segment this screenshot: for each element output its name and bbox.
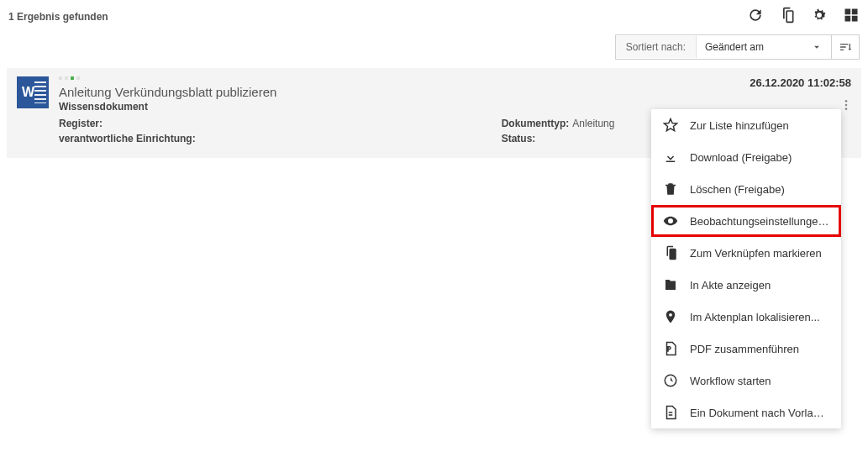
gear-icon[interactable] (811, 7, 828, 26)
more-options-button[interactable] (839, 98, 853, 114)
word-document-icon (17, 76, 49, 108)
document-icon (663, 405, 678, 420)
menu-label: Beobachtungseinstellungen ä... (690, 215, 829, 228)
menu-show-in-file[interactable]: In Akte anzeigen (651, 269, 841, 301)
sort-direction-button[interactable] (831, 35, 859, 59)
workflow-icon (663, 373, 678, 388)
menu-observe-settings[interactable]: Beobachtungseinstellungen ä... (651, 205, 841, 237)
clipboard-icon[interactable] (779, 7, 796, 26)
sort-value-text: Geändert am (705, 41, 764, 53)
results-count: 1 Ergebnis gefunden (8, 11, 108, 23)
clipboard-icon (663, 245, 678, 260)
menu-label: Ein Dokument nach Vorlage er... (690, 407, 829, 419)
menu-label: Im Aktenplan lokalisieren... (690, 311, 820, 323)
menu-mark-link[interactable]: Zum Verknüpfen markieren (651, 237, 841, 269)
result-title: Anleitung Verkündungsblatt publizieren (59, 85, 614, 99)
register-label: Register: (59, 118, 103, 129)
location-icon (663, 309, 678, 324)
svg-point-1 (845, 104, 848, 107)
download-icon (663, 150, 678, 165)
menu-label: Workflow starten (690, 375, 771, 387)
svg-point-2 (845, 108, 848, 110)
chevron-down-icon (811, 41, 823, 53)
doctype-label: Dokumenttyp: (502, 118, 570, 129)
context-menu: Zur Liste hinzufügen Download (Freigabe)… (651, 109, 841, 428)
star-icon (663, 118, 678, 133)
svg-point-0 (845, 100, 848, 102)
menu-download[interactable]: Download (Freigabe) (651, 141, 841, 173)
responsible-label: verantwortliche Einrichtung: (59, 133, 196, 144)
menu-label: Zum Verknüpfen markieren (690, 247, 822, 260)
sort-label: Sortiert nach: (616, 36, 697, 58)
grid-icon[interactable] (843, 7, 860, 26)
folder-icon (663, 277, 678, 292)
menu-start-workflow[interactable]: Workflow starten (651, 365, 841, 397)
menu-add-to-list[interactable]: Zur Liste hinzufügen (651, 109, 841, 141)
menu-label: PDF zusammenführen (690, 343, 799, 355)
pdf-icon (663, 341, 678, 356)
status-indicator (59, 76, 614, 80)
doctype-value: Anleitung (572, 118, 614, 129)
menu-label: Löschen (Freigabe) (690, 183, 785, 196)
menu-label: Download (Freigabe) (690, 151, 792, 164)
menu-pdf-merge[interactable]: PDF zusammenführen (651, 333, 841, 365)
menu-doc-from-template[interactable]: Ein Dokument nach Vorlage er... (651, 397, 841, 428)
result-subtype: Wissensdokument (59, 101, 614, 113)
menu-delete[interactable]: Löschen (Freigabe) (651, 173, 841, 205)
refresh-icon[interactable] (747, 7, 764, 26)
trash-icon (663, 181, 678, 197)
menu-label: Zur Liste hinzufügen (690, 119, 789, 132)
status-label: Status: (502, 133, 536, 144)
eye-gear-icon (663, 213, 678, 228)
sort-dropdown[interactable]: Geändert am (697, 36, 831, 58)
menu-label: In Akte anzeigen (690, 279, 771, 292)
menu-locate-fileplan[interactable]: Im Aktenplan lokalisieren... (651, 301, 841, 333)
